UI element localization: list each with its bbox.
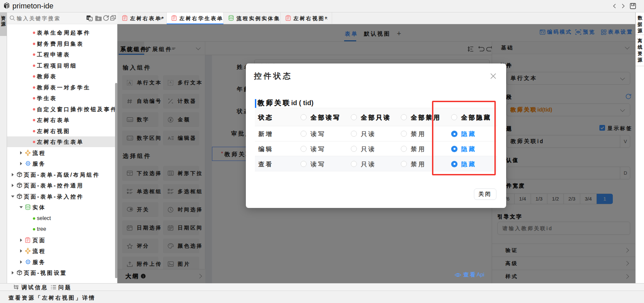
- svg-text:x: x: [90, 18, 91, 21]
- svg-text:in: in: [87, 16, 89, 19]
